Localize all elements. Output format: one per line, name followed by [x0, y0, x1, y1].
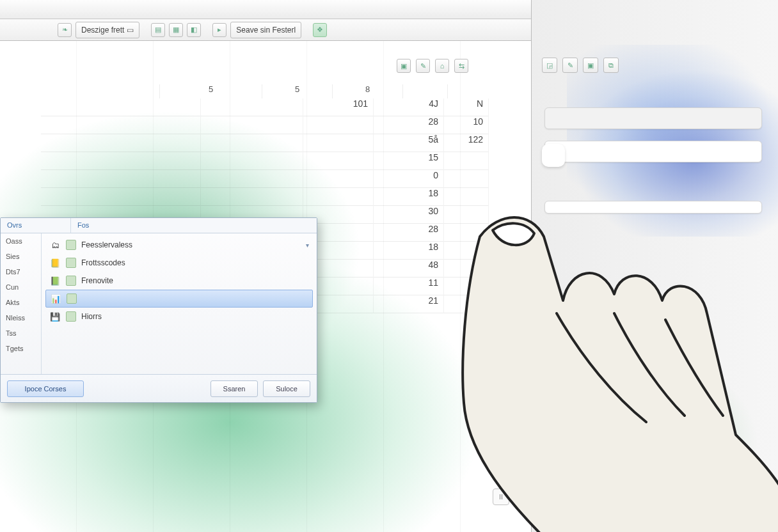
dialog-list-item[interactable]: 🗂Feesslervaless▾	[45, 236, 313, 254]
panel-icon-4[interactable]: ⧉	[603, 58, 619, 73]
cell[interactable]	[41, 116, 201, 134]
dialog-side-item[interactable]: Nleiss	[1, 310, 41, 325]
cell[interactable]	[303, 170, 374, 188]
cell[interactable]: 10	[444, 116, 489, 134]
cell[interactable]: 0	[374, 170, 444, 188]
cell[interactable]	[201, 152, 303, 170]
cell[interactable]	[201, 188, 303, 206]
dialog-list-item[interactable]: 📗Frenovite	[45, 272, 313, 290]
cell[interactable]: 122	[444, 134, 489, 152]
dialog-header: Ovrs Fos	[1, 218, 317, 233]
dialog-button-2[interactable]: Ssaren	[210, 380, 258, 397]
col-header-4[interactable]	[403, 84, 448, 98]
dialog-header-a[interactable]: Ovrs	[1, 218, 71, 233]
cell[interactable]: 5å	[374, 134, 444, 152]
cell[interactable]	[444, 188, 489, 206]
cell[interactable]: 11	[374, 278, 444, 295]
col-header-1[interactable]: 5	[160, 84, 262, 98]
panel-knob[interactable]	[542, 144, 565, 167]
dialog-side-item[interactable]: Oass	[1, 233, 41, 249]
cell[interactable]: 18	[374, 242, 444, 260]
cell[interactable]	[303, 134, 374, 152]
cell[interactable]	[41, 152, 201, 170]
cell[interactable]	[201, 134, 303, 152]
cell[interactable]	[41, 134, 201, 152]
leaf-icon[interactable]: ❧	[58, 23, 72, 37]
secondary-toolbar: ▣ ✎ ⌂ ⇆	[397, 59, 468, 73]
cell[interactable]	[444, 170, 489, 188]
cell[interactable]	[41, 188, 201, 206]
dialog-side-item[interactable]: Tss	[1, 325, 41, 341]
panel-slot[interactable]	[544, 141, 762, 162]
tool-icon-2[interactable]: ▦	[169, 23, 183, 37]
cell[interactable]	[303, 152, 374, 170]
dialog-button-3[interactable]: Suloce	[263, 380, 310, 397]
save-button[interactable]: Seave sin Festerl	[230, 22, 301, 38]
save-button-label: Seave sin Festerl	[236, 26, 296, 35]
cell[interactable]	[201, 116, 303, 134]
sheet-icon	[66, 258, 76, 268]
dialog-list: 🗂Feesslervaless▾📒Frottsscodes📗Frenovite📊…	[42, 233, 317, 374]
table-row: 15	[41, 152, 527, 170]
column-headers: 5 5 8	[0, 84, 531, 98]
panel-icon-1[interactable]: ◲	[542, 58, 557, 73]
panel-slot[interactable]	[544, 201, 762, 214]
tiny-btn-1[interactable]: II	[493, 489, 509, 505]
tool-icon-3[interactable]: ◧	[187, 23, 201, 37]
dialog-side-item[interactable]: Dts7	[1, 264, 41, 279]
panel-icon-3[interactable]: ▣	[583, 58, 598, 73]
design-button-label: Deszige frett	[81, 26, 124, 35]
design-button[interactable]: Deszige frett ▭	[75, 22, 139, 38]
cell[interactable]	[444, 242, 489, 260]
dialog-item-label: Frottsscodes	[81, 258, 125, 267]
dialog-side-item[interactable]: Cun	[1, 279, 41, 295]
cell[interactable]: 1	[444, 295, 489, 313]
cell[interactable]	[444, 224, 489, 242]
cell[interactable]: 15	[374, 152, 444, 170]
cell[interactable]	[444, 206, 489, 224]
cell[interactable]: 101	[303, 98, 374, 116]
col-header-0[interactable]	[0, 84, 160, 98]
cell[interactable]: 2	[444, 278, 489, 295]
cell[interactable]	[444, 152, 489, 170]
dialog-side-item[interactable]: Sies	[1, 249, 41, 264]
table-row: 18	[41, 188, 527, 206]
tool-icon-1[interactable]: ▤	[151, 23, 165, 37]
dialog-list-item[interactable]: 📒Frottsscodes	[45, 254, 313, 272]
cell[interactable]: 28	[374, 224, 444, 242]
cell[interactable]	[201, 98, 303, 116]
cell[interactable]	[444, 260, 489, 278]
col-header-2[interactable]: 5	[262, 84, 333, 98]
window-titlebar	[0, 0, 531, 19]
sec-icon-4[interactable]: ⇆	[454, 59, 468, 73]
dialog-header-b[interactable]: Fos	[71, 218, 317, 233]
cell[interactable]: 21	[374, 295, 444, 313]
cell[interactable]: 28	[374, 116, 444, 134]
cell[interactable]	[41, 170, 201, 188]
sec-icon-3[interactable]: ⌂	[435, 59, 449, 73]
sec-icon-2[interactable]: ✎	[416, 59, 430, 73]
table-row: 2810	[41, 116, 527, 134]
cell[interactable]: N	[444, 98, 489, 116]
header-row-2: 101 4J N	[41, 98, 527, 116]
cell[interactable]: 18	[374, 188, 444, 206]
panel-slot[interactable]	[544, 107, 762, 129]
dialog-primary-button[interactable]: Ipoce Corses	[7, 380, 84, 397]
tool-icon-4[interactable]: ❖	[313, 23, 327, 37]
cell[interactable]: 48	[374, 260, 444, 278]
cell[interactable]	[303, 116, 374, 134]
col-header-3[interactable]: 8	[333, 84, 403, 98]
dialog-list-item[interactable]: 💾Hiorrs	[45, 308, 313, 325]
cell[interactable]	[41, 98, 201, 116]
cell[interactable]: 30	[374, 206, 444, 224]
play-icon[interactable]: ▸	[212, 23, 226, 37]
dialog-side-item[interactable]: Akts	[1, 295, 41, 310]
dialog-list-item[interactable]: 📊	[45, 290, 313, 308]
dialog-side-item[interactable]: Tgets	[1, 341, 41, 356]
cell[interactable]: 4J	[374, 98, 444, 116]
cell[interactable]	[201, 170, 303, 188]
sec-icon-1[interactable]: ▣	[397, 59, 411, 73]
panel-icon-2[interactable]: ✎	[562, 58, 578, 73]
cell[interactable]	[303, 188, 374, 206]
table-row: 0	[41, 170, 527, 188]
